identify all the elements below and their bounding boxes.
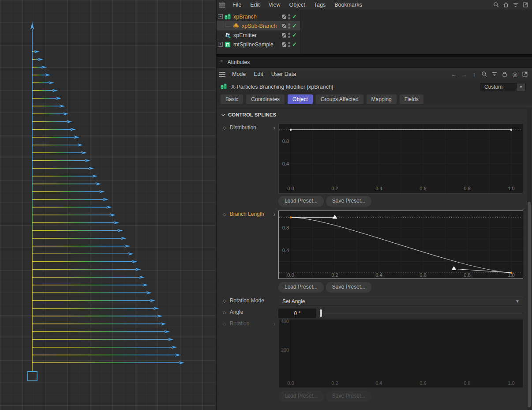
object-row-xpsub-branch[interactable]: xpSub-Branch✓ — [217, 21, 300, 30]
back-arrow-icon[interactable]: ← — [450, 71, 457, 78]
close-icon[interactable]: × — [217, 58, 225, 66]
application-window: FileEditViewObjectTagsBookmarks −xpBranc… — [0, 0, 532, 410]
svg-text:0.2: 0.2 — [331, 272, 338, 278]
preset-dropdown-value[interactable]: Custom — [480, 83, 517, 91]
angle-slider-track[interactable] — [321, 313, 523, 314]
target-icon[interactable]: ◎ — [511, 71, 518, 78]
attributes-menubar: ModeEditUser Data ← → ↑ ◎ — [217, 68, 532, 80]
preset-dropdown[interactable]: Custom ▼ — [480, 83, 526, 91]
svg-text:0.0: 0.0 — [287, 380, 294, 386]
svg-text:200: 200 — [281, 347, 289, 353]
branch-length-param-label[interactable]: ◇ Branch Length › — [217, 211, 278, 217]
svg-text:0.4: 0.4 — [375, 272, 382, 278]
branch-length-spline-graph[interactable]: 0.80.40.00.20.40.60.81.0 — [278, 211, 523, 279]
object-name[interactable]: xpSub-Branch — [242, 23, 277, 29]
object-row-xpemitter[interactable]: xpEmitter✓ — [217, 30, 300, 40]
chevron-down-icon: ▼ — [515, 299, 520, 304]
xp-subbranch-icon[interactable] — [232, 23, 240, 30]
section-control-splines[interactable]: CONTROL SPLINES — [221, 112, 276, 117]
forward-arrow-icon[interactable]: → — [461, 71, 468, 78]
menu-item-view[interactable]: View — [264, 2, 285, 8]
layer-edit-icon[interactable] — [282, 15, 286, 19]
enabled-check-icon[interactable]: ✓ — [292, 41, 297, 47]
object-row-controls: ✓ — [282, 14, 297, 19]
svg-text:1.0: 1.0 — [508, 380, 514, 386]
visibility-dots[interactable] — [288, 14, 290, 19]
search-icon[interactable] — [481, 71, 488, 78]
tab-basic[interactable]: Basic — [221, 94, 243, 104]
mt-spline-icon[interactable] — [224, 41, 231, 48]
chevron-down-icon[interactable]: ▼ — [517, 83, 526, 91]
home-icon[interactable] — [502, 2, 509, 8]
diamond-icon: ◇ — [223, 310, 226, 315]
diamond-icon: ◇ — [223, 125, 226, 130]
lock-icon[interactable] — [501, 71, 508, 78]
attr-menu-item-mode[interactable]: Mode — [228, 71, 250, 77]
object-name[interactable]: xpEmitter — [233, 32, 257, 38]
tab-mapping[interactable]: Mapping — [367, 94, 397, 104]
svg-text:0.4: 0.4 — [375, 186, 382, 191]
menu-item-tags[interactable]: Tags — [310, 2, 330, 8]
menu-item-edit[interactable]: Edit — [246, 2, 264, 8]
visibility-dots[interactable] — [288, 23, 290, 29]
hamburger-menu-icon[interactable] — [217, 3, 228, 8]
expand-arrow-icon[interactable]: › — [273, 125, 275, 131]
menu-item-bookmarks[interactable]: Bookmarks — [330, 2, 367, 8]
layer-edit-icon[interactable] — [282, 42, 286, 47]
object-name[interactable]: xpBranch — [233, 14, 257, 20]
enabled-check-icon[interactable]: ✓ — [292, 14, 297, 19]
tab-groups-affected[interactable]: Groups Affected — [316, 94, 363, 104]
load-preset-button[interactable]: Load Preset... — [278, 196, 324, 207]
visibility-dots[interactable] — [288, 42, 290, 47]
up-arrow-icon[interactable]: ↑ — [471, 71, 478, 78]
svg-text:0.8: 0.8 — [464, 272, 470, 278]
expand-arrow-icon[interactable]: › — [273, 211, 275, 217]
hamburger-menu-icon[interactable] — [217, 72, 228, 77]
svg-text:0.6: 0.6 — [420, 380, 426, 386]
object-title: X-Particles Branching Modifier [xpBranch… — [231, 84, 333, 90]
expand-icon[interactable]: + — [218, 42, 223, 47]
xp-branch-icon[interactable] — [224, 13, 231, 20]
load-preset-button[interactable]: Load Preset... — [278, 282, 324, 293]
scrollbar-thumb[interactable] — [528, 202, 531, 407]
svg-text:400: 400 — [281, 319, 289, 324]
tab-coordinates[interactable]: Coordinates — [246, 94, 285, 104]
object-name[interactable]: mtSplineSample — [233, 41, 273, 48]
menu-item-object[interactable]: Object — [285, 2, 310, 8]
diamond-icon: ◇ — [223, 321, 226, 326]
save-preset-button[interactable]: Save Preset... — [326, 282, 371, 293]
distribution-preset-buttons: Load Preset... Save Preset... — [278, 196, 371, 207]
xp-emitter-icon[interactable] — [224, 32, 231, 39]
popout-icon[interactable] — [521, 71, 528, 78]
distribution-param-label[interactable]: ◇ Distribution › — [217, 124, 278, 131]
angle-slider-handle[interactable] — [320, 309, 322, 317]
attr-menu-item-user-data[interactable]: User Data — [267, 71, 300, 77]
svg-text:0.0: 0.0 — [287, 186, 294, 191]
object-row-xpbranch[interactable]: −xpBranch✓ — [217, 12, 300, 21]
rotation-mode-dropdown[interactable]: Set Angle ▼ — [278, 297, 523, 306]
object-row-mtsplinesample[interactable]: +mtSplineSample✓ — [217, 40, 300, 49]
filter-icon[interactable] — [512, 2, 519, 8]
filter-icon[interactable] — [491, 71, 498, 78]
enabled-check-icon[interactable]: ✓ — [292, 23, 297, 29]
attributes-tabs: BasicCoordinatesObjectGroups AffectedMap… — [217, 94, 532, 105]
menu-item-file[interactable]: File — [228, 2, 246, 8]
popout-icon[interactable] — [522, 2, 528, 8]
tab-object[interactable]: Object — [288, 94, 313, 104]
layer-edit-icon[interactable] — [282, 24, 286, 28]
attributes-title-row: X-Particles Branching Modifier [xpBranch… — [217, 80, 532, 94]
save-preset-button[interactable]: Save Preset... — [326, 196, 371, 207]
attr-menu-item-edit[interactable]: Edit — [250, 71, 267, 77]
angle-value-field[interactable]: 0 ° — [278, 308, 316, 318]
object-row-controls: ✓ — [282, 41, 297, 47]
attributes-panel-title[interactable]: Attributes — [227, 59, 250, 65]
tab-fields[interactable]: Fields — [400, 94, 423, 104]
layer-edit-icon[interactable] — [282, 33, 286, 38]
visibility-dots[interactable] — [288, 33, 290, 38]
enabled-check-icon[interactable]: ✓ — [292, 32, 297, 38]
viewport-3d[interactable] — [0, 0, 216, 410]
search-icon[interactable] — [493, 2, 499, 8]
collapse-icon[interactable]: − — [218, 14, 223, 19]
distribution-spline-graph[interactable]: 0.80.40.00.20.40.60.81.0 — [278, 123, 523, 194]
svg-text:0.8: 0.8 — [282, 139, 289, 144]
